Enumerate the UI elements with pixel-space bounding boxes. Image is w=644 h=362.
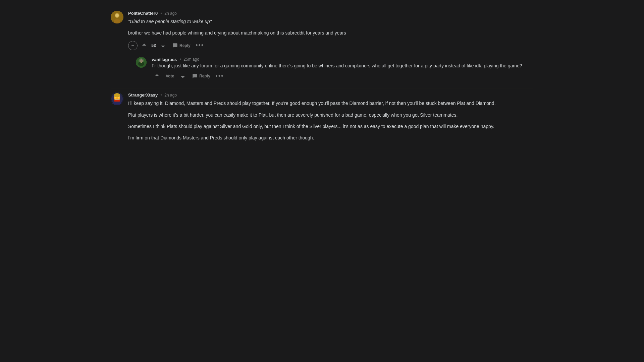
avatar-svg — [111, 11, 123, 23]
reply-vote-label-button[interactable]: Vote — [163, 72, 177, 80]
reply-timestamp: 25m ago — [183, 57, 199, 62]
reply-vote-section: Vote — [152, 71, 188, 81]
comment-line-1: "Glad to see people starting to wake up" — [128, 18, 533, 25]
comment-stranger-xtasy: StrangerXtasy • 2h ago I'll keep saying … — [111, 88, 533, 143]
comment-body: "Glad to see people starting to wake up"… — [128, 18, 533, 37]
reply-reply-label: Reply — [199, 74, 210, 78]
collapse-button[interactable]: − — [128, 41, 138, 50]
reply-button[interactable]: Reply — [170, 41, 193, 50]
svg-point-14 — [114, 93, 120, 97]
reply-container: vanillagrass • 25m ago Fr though, just l… — [135, 57, 533, 81]
reply-line-1: Fr though, just like any forum for a gam… — [152, 62, 533, 69]
reply-vote-label: Vote — [166, 74, 174, 78]
page-wrapper: PoliteChatter0 • 2h ago "Glad to see peo… — [104, 0, 540, 150]
comment2-left-col — [111, 93, 123, 105]
reply-upvote-button[interactable] — [152, 71, 162, 81]
comment2-main-row: StrangerXtasy • 2h ago I'll keep saying … — [111, 93, 533, 142]
comment-thread: PoliteChatter0 • 2h ago "Glad to see peo… — [111, 7, 533, 143]
reply-more-icon: ••• — [215, 73, 224, 80]
avatar — [111, 11, 123, 23]
reply-more-button[interactable]: ••• — [214, 71, 225, 81]
comment2-body: I'll keep saying it. Diamond, Masters an… — [128, 100, 533, 142]
reply-header: vanillagrass • 25m ago — [152, 57, 533, 62]
comment2-line-1: I'll keep saying it. Diamond, Masters an… — [128, 100, 533, 107]
comment-header: PoliteChatter0 • 2h ago — [128, 11, 533, 16]
reply-reply-button[interactable]: Reply — [190, 71, 213, 81]
reply-downvote-button[interactable] — [177, 71, 188, 81]
comment-polite-chatter: PoliteChatter0 • 2h ago "Glad to see peo… — [111, 7, 533, 83]
svg-rect-20 — [114, 100, 120, 102]
reply-upvote-icon — [154, 73, 160, 79]
reply-actions: Vote — [152, 71, 533, 81]
upvote-icon — [141, 43, 147, 49]
reply-avatar-svg — [136, 57, 147, 68]
comment2-username: StrangerXtasy — [128, 93, 158, 98]
comment-content: PoliteChatter0 • 2h ago "Glad to see peo… — [128, 11, 533, 81]
username: PoliteChatter0 — [128, 11, 158, 16]
reply-username: vanillagrass — [152, 57, 177, 62]
reply-downvote-icon — [180, 73, 186, 79]
timestamp: 2h ago — [164, 11, 177, 16]
reply-separator: • — [179, 57, 181, 62]
comment2-header: StrangerXtasy • 2h ago — [128, 93, 533, 98]
svg-point-10 — [139, 59, 144, 62]
reply-icon — [172, 43, 178, 48]
svg-rect-17 — [117, 97, 120, 99]
comment2-line-2: Plat players is where it's a bit harder,… — [128, 111, 533, 119]
reply-left-col — [135, 57, 148, 81]
reply-avatar — [136, 57, 147, 68]
comment-actions: − 53 — [128, 40, 533, 51]
svg-rect-16 — [114, 97, 117, 99]
vote-section: 53 — [139, 40, 168, 51]
comment2-avatar — [111, 93, 123, 105]
reply-body: Fr though, just like any forum for a gam… — [152, 62, 533, 69]
svg-rect-19 — [113, 101, 121, 105]
vote-count: 53 — [150, 43, 157, 48]
reply-content: vanillagrass • 25m ago Fr though, just l… — [152, 57, 533, 81]
collapse-icon: − — [131, 43, 134, 48]
reply-reply-icon — [192, 73, 198, 79]
comment2-line-4: I'm firm on that Diamonds Masters and Pr… — [128, 134, 533, 141]
svg-point-3 — [115, 14, 119, 17]
downvote-icon — [160, 43, 166, 49]
comment2-line-3: Sometimes I think Plats should play agai… — [128, 123, 533, 130]
upvote-button[interactable] — [139, 40, 150, 51]
separator: • — [160, 11, 162, 16]
comment2-timestamp: 2h ago — [164, 93, 177, 98]
comment2-avatar-svg — [111, 93, 123, 105]
comment-main-row: PoliteChatter0 • 2h ago "Glad to see peo… — [111, 11, 533, 81]
comment2-separator: • — [160, 93, 162, 98]
more-icon: ••• — [196, 42, 204, 49]
reply-label: Reply — [179, 43, 191, 48]
comment-line-2: brother we have had people whining and c… — [128, 29, 533, 37]
comment-left-col — [111, 11, 123, 25]
comment2-content: StrangerXtasy • 2h ago I'll keep saying … — [128, 93, 533, 142]
more-button[interactable]: ••• — [195, 40, 205, 51]
downvote-button[interactable] — [158, 40, 168, 51]
